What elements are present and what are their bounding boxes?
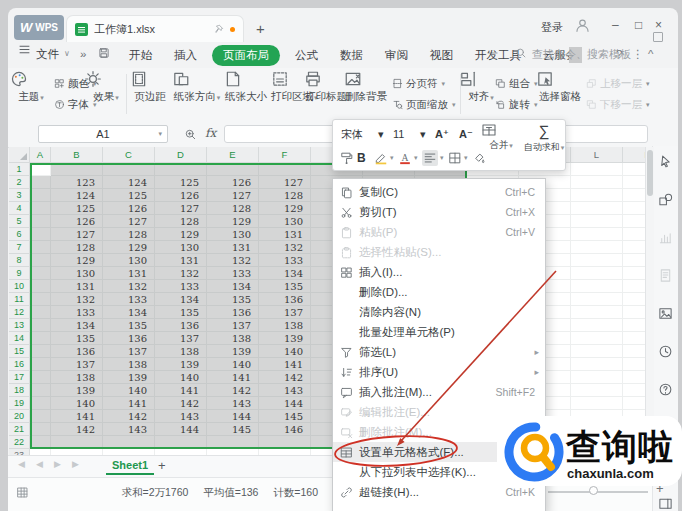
row-header-9[interactable]: 9 [9, 267, 30, 280]
cell-F6[interactable]: 131 [259, 228, 311, 241]
cell-D14[interactable]: 137 [155, 332, 207, 345]
row-header-2[interactable]: 2 [9, 176, 30, 189]
font-name-caret-icon[interactable]: ▾ [378, 123, 384, 145]
row-header-18[interactable]: 18 [9, 384, 30, 397]
cell-F19[interactable]: 144 [259, 397, 311, 410]
cell-C3[interactable]: 125 [103, 189, 155, 202]
font-size-caret-icon[interactable]: ▾ [420, 123, 426, 145]
row-header-20[interactable]: 20 [9, 410, 30, 423]
row-header-10[interactable]: 10 [9, 280, 30, 293]
cell-C16[interactable]: 138 [103, 358, 155, 371]
cell-D7[interactable]: 130 [155, 241, 207, 254]
cell-L19[interactable] [571, 397, 623, 410]
cell-E7[interactable]: 131 [207, 241, 259, 254]
cell-F4[interactable]: 129 [259, 202, 311, 215]
row-header-14[interactable]: 14 [9, 332, 30, 345]
help-icon[interactable] [658, 382, 673, 397]
cell-C12[interactable]: 134 [103, 306, 155, 319]
margins-button[interactable]: 页边距 [130, 70, 170, 120]
cell-E5[interactable]: 129 [207, 215, 259, 228]
cell-L13[interactable] [571, 319, 623, 332]
avatar[interactable] [574, 17, 591, 34]
cell-F13[interactable]: 138 [259, 319, 311, 332]
previous-sheet-icon[interactable]: ◀ [36, 459, 50, 469]
cell-B19[interactable]: 140 [51, 397, 103, 410]
cell-C8[interactable]: 130 [103, 254, 155, 267]
cell-C10[interactable]: 132 [103, 280, 155, 293]
hamburger-menu-icon[interactable] [18, 43, 31, 67]
row-header-8[interactable]: 8 [9, 254, 30, 267]
cell-C13[interactable]: 135 [103, 319, 155, 332]
cell-L6[interactable] [571, 228, 623, 241]
cell-E6[interactable]: 130 [207, 228, 259, 241]
cell-B16[interactable]: 137 [51, 358, 103, 371]
cell-E14[interactable]: 138 [207, 332, 259, 345]
cell-F22[interactable] [259, 436, 311, 449]
cell-C6[interactable]: 128 [103, 228, 155, 241]
menu-item-清除内容(N)[interactable]: 清除内容(N) [333, 302, 545, 322]
cell-L16[interactable] [571, 358, 623, 371]
file-menu[interactable]: 文件 [36, 42, 59, 66]
alignment-icon[interactable] [421, 147, 439, 169]
zoom-slider-handle[interactable] [589, 486, 598, 495]
cell-B3[interactable]: 124 [51, 189, 103, 202]
cell-E15[interactable]: 139 [207, 345, 259, 358]
cell-C17[interactable]: 139 [103, 371, 155, 384]
cell-C20[interactable]: 142 [103, 410, 155, 423]
theme-button[interactable]: 主题▾ [10, 70, 52, 120]
cell-C19[interactable]: 141 [103, 397, 155, 410]
cell-D10[interactable]: 133 [155, 280, 207, 293]
menu-item-插入批注(M)...[interactable]: 插入批注(M)...Shift+F2 [333, 382, 545, 402]
cell-E20[interactable]: 144 [207, 410, 259, 423]
cell-A19[interactable] [30, 397, 51, 410]
cell-B7[interactable]: 128 [51, 241, 103, 254]
cell-M19[interactable] [623, 397, 645, 410]
row-header-22[interactable]: 22 [9, 436, 30, 449]
cell-D13[interactable]: 136 [155, 319, 207, 332]
column-header-A[interactable]: A [30, 147, 51, 163]
cell-E8[interactable]: 132 [207, 254, 259, 267]
cell-D12[interactable]: 135 [155, 306, 207, 319]
name-box-caret-icon[interactable]: ▾ [158, 130, 162, 138]
document-tab[interactable]: 工作簿1.xlsx [66, 15, 244, 42]
print-titles-button[interactable]: 打印标题 [304, 70, 348, 120]
cell-D3[interactable]: 126 [155, 189, 207, 202]
cell-D19[interactable]: 142 [155, 397, 207, 410]
cell-D23[interactable] [155, 449, 207, 455]
cell-E18[interactable]: 142 [207, 384, 259, 397]
cell-F15[interactable]: 140 [259, 345, 311, 358]
cell-B2[interactable]: 123 [51, 176, 103, 189]
column-header-E[interactable]: E [207, 147, 259, 163]
cell-B20[interactable]: 141 [51, 410, 103, 423]
panel-icon[interactable] [658, 496, 673, 511]
column-header-M[interactable]: M [623, 147, 645, 163]
shapes-icon[interactable] [658, 192, 673, 207]
add-sheet-button[interactable]: + [158, 458, 166, 473]
shrink-font-button[interactable]: A⁻ [459, 123, 473, 145]
cell-E12[interactable]: 136 [207, 306, 259, 319]
autosum-button[interactable]: ∑ 自动求和▾ [523, 122, 565, 168]
cell-L18[interactable] [571, 384, 623, 397]
pointer-icon[interactable] [658, 154, 673, 169]
paper-size-button[interactable]: 纸张大小 [224, 70, 268, 120]
collapse-ribbon-icon[interactable]: ^ [648, 42, 653, 66]
cell-B4[interactable]: 125 [51, 202, 103, 215]
row-header-11[interactable]: 11 [9, 293, 30, 306]
menu-item-插入(I)...[interactable]: 插入(I)... [333, 262, 545, 282]
cell-A11[interactable] [30, 293, 51, 306]
cell-E21[interactable]: 145 [207, 423, 259, 436]
row-header-4[interactable]: 4 [9, 202, 30, 215]
cell-C23[interactable] [103, 449, 155, 455]
cell-F10[interactable]: 135 [259, 280, 311, 293]
cell-L15[interactable] [571, 345, 623, 358]
alignment-caret-icon[interactable]: ▾ [440, 147, 444, 169]
cell-E2[interactable]: 126 [207, 176, 259, 189]
cell-F8[interactable]: 133 [259, 254, 311, 267]
login-button[interactable]: 登录 [541, 20, 563, 35]
page-break-button[interactable]: 分页符▾ [392, 75, 445, 92]
cell-L8[interactable] [571, 254, 623, 267]
fx-icon[interactable]: fx [205, 126, 216, 140]
menubar-tab-公式[interactable]: 公式 [284, 43, 329, 67]
cell-B17[interactable]: 138 [51, 371, 103, 384]
cell-L7[interactable] [571, 241, 623, 254]
